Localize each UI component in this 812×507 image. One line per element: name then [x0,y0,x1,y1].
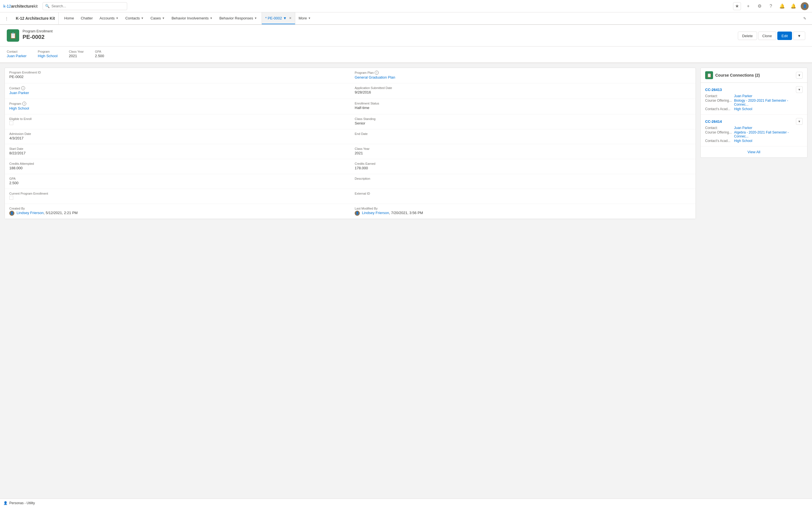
app-name: k-12architecturekit [3,4,38,8]
field-class-year: Class Year 2021 ✎ [350,144,696,159]
highlight-gpa: GPA 2.500 [95,50,104,58]
cc-26414-contact[interactable]: Juan Parker [734,126,803,130]
search-bar[interactable]: 🔍 [43,2,127,10]
field-application-submitted-date: Application Submitted Date 9/28/2016 ✎ [350,83,696,99]
nav-more[interactable]: More ▼ [295,12,314,24]
field-description: Description ✎ [350,174,696,189]
behavior-involvements-chevron: ▼ [210,17,213,20]
current-program-enrollment-checkbox[interactable] [9,196,13,200]
highlight-program-label: Program [38,50,57,53]
field-enrollment-status: Enrollment Status Half-time ✎ [350,99,696,114]
highlight-program: Program High School [38,50,57,58]
record-actions: Delete Clone Edit ▼ [738,32,805,40]
nav-behavior-involvements[interactable]: Behavior Involvements ▼ [168,12,216,24]
cc-26414-offering[interactable]: Algebra - 2020-2021 Fall Semester - Conn… [734,130,803,138]
cases-chevron: ▼ [162,17,165,20]
field-last-modified-by: Last Modified By 👤 Lindsey Frierson, 7/2… [350,204,696,219]
actions-dropdown-button[interactable]: ▼ [793,32,805,40]
fields-grid: Program Enrollment ID PE-0002 Program Pl… [5,68,696,219]
last-modified-link[interactable]: Lindsey Frierson [362,211,389,215]
right-panel: 📋 Course Connections (2) ▼ CC-26413 ▼ Co… [700,68,808,219]
highlight-contact-label: Contact [7,50,27,53]
cc-26413-item: CC-26413 ▼ Contact: Juan Parker Course O… [701,83,807,115]
nav-tab-pe0002[interactable]: * PE-0002 ▼ ✕ [262,12,295,24]
nav-behavior-responses[interactable]: Behavior Responses ▼ [216,12,260,24]
tab-chevron: ▼ [283,16,287,20]
course-connections-icon: 📋 [705,71,713,79]
view-all-button[interactable]: View All [701,147,807,158]
delete-button[interactable]: Delete [738,32,757,40]
record-type-icon: 📋 [7,29,19,42]
edit-button[interactable]: Edit [777,32,792,40]
help-icon[interactable]: ? [767,2,775,10]
page-content: 📋 Program Enrollment PE-0002 Delete Clon… [0,25,812,499]
cc-26413-offering[interactable]: Biology - 2020-2021 Fall Semester - Conn… [734,99,803,107]
cc-26414-fields: Contact: Juan Parker Course Offering... … [705,126,803,143]
created-by-avatar: 👤 [9,211,14,216]
notifications-icon[interactable]: 🔔 [778,2,786,10]
tab-close-button[interactable]: ✕ [289,16,292,20]
record-header-left: 📋 Program Enrollment PE-0002 [7,29,53,42]
field-credits-attempted: Credits Attempted 188.000 ✎ [5,159,350,174]
search-icon: 🔍 [45,4,50,8]
course-connections-card: 📋 Course Connections (2) ▼ CC-26413 ▼ Co… [700,68,808,158]
field-class-standing: Class Standing Senior ✎ [350,114,696,129]
field-program-enrollment-id: Program Enrollment ID PE-0002 [5,68,350,83]
highlight-gpa-value: 2.500 [95,54,104,58]
nav-cases[interactable]: Cases ▼ [147,12,168,24]
highlight-program-value[interactable]: High School [38,54,57,58]
program-plan-info-icon[interactable]: i [375,71,378,75]
field-program-plan: Program Plan i General Graduation Plan ✎ [350,68,696,83]
field-end-date: End Date ✎ [350,129,696,144]
highlight-contact-value[interactable]: Juan Parker [7,54,27,58]
clone-button[interactable]: Clone [758,32,776,40]
cc-26413-academy[interactable]: High School [734,107,803,111]
record-name: PE-0002 [22,34,53,40]
created-by-link[interactable]: Lindsey Frierson [17,211,44,215]
nav-home[interactable]: Home [61,12,78,24]
nav-bar: ⋮ K-12 Architecture Kit Home Chatter Acc… [0,12,812,25]
search-input[interactable] [51,4,124,8]
cc-26414-dropdown[interactable]: ▼ [796,118,803,125]
cc-26413-dropdown[interactable]: ▼ [796,86,803,93]
nav-contacts[interactable]: Contacts ▼ [122,12,147,24]
cc-26413-fields: Contact: Juan Parker Course Offering... … [705,94,803,111]
grid-menu-icon[interactable]: ⋮ [2,12,11,24]
add-button[interactable]: + [744,2,752,10]
cc-26414-link[interactable]: CC-26414 [705,119,722,124]
top-header: k-12architecturekit 🔍 ★ + ⚙ ? 🔔 🔔 👤 [0,0,812,12]
setup-icon[interactable]: ⚙ [756,2,763,10]
nav-accounts[interactable]: Accounts ▼ [96,12,122,24]
header-icons: ★ + ⚙ ? 🔔 🔔 👤 [733,2,809,10]
record-type-label: Program Enrollment [22,29,53,33]
cc-26414-academy[interactable]: High School [734,139,803,143]
field-program: Program i High School ✎ [5,99,350,114]
cc-26413-contact[interactable]: Juan Parker [734,94,803,98]
nav-brand: K-12 Architecture Kit [12,12,59,24]
record-title-block: Program Enrollment PE-0002 [22,29,53,40]
contact-info-icon[interactable]: i [21,86,25,90]
nav-chatter[interactable]: Chatter [77,12,96,24]
field-current-program-enrollment: Current Program Enrollment ✎ [5,189,350,204]
highlight-class-year: Class Year 2021 [69,50,84,58]
favorites-button[interactable]: ★ [733,2,741,10]
field-created-by: Created By 👤 Lindsey Frierson, 5/12/2021… [5,204,350,219]
avatar[interactable]: 👤 [801,2,809,10]
more-chevron: ▼ [308,17,311,20]
highlight-gpa-label: GPA [95,50,104,53]
eligible-to-enroll-checkbox[interactable] [9,121,13,125]
record-highlights: Contact Juan Parker Program High School … [0,47,812,63]
bell-icon[interactable]: 🔔 [790,2,797,10]
last-modified-avatar: 👤 [355,211,360,216]
field-eligible-to-enroll: Eligible to Enroll ✎ [5,114,350,129]
program-info-icon[interactable]: i [22,102,26,106]
course-connections-title: Course Connections (2) [715,73,760,77]
nav-edit-button[interactable]: ✎ [800,12,810,24]
record-header: 📋 Program Enrollment PE-0002 Delete Clon… [0,25,812,47]
course-connections-dropdown[interactable]: ▼ [796,72,803,78]
highlight-contact: Contact Juan Parker [7,50,27,58]
highlight-class-year-value: 2021 [69,54,84,58]
cc-26413-link[interactable]: CC-26413 [705,88,722,92]
field-credits-earned: Credits Earned 178.000 ✎ [350,159,696,174]
field-contact: Contact i Juan Parker ✎ [5,83,350,99]
